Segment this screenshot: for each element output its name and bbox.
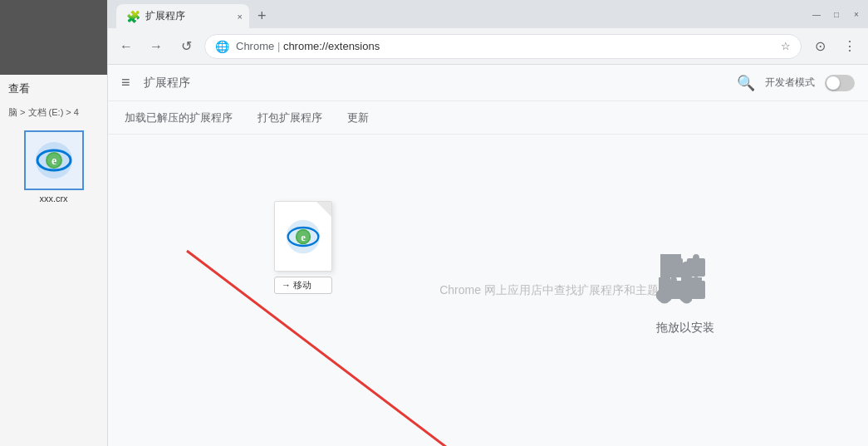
dev-mode-toggle[interactable]: [825, 75, 855, 91]
bookmark-icon[interactable]: ☆: [781, 40, 791, 52]
panel-top-image: [0, 0, 107, 75]
panel-label: 查看: [0, 75, 107, 103]
hamburger-icon[interactable]: ≡: [121, 74, 130, 91]
url-prefix: Chrome: [236, 40, 274, 52]
svg-text:e: e: [51, 154, 56, 167]
pack-extension-btn[interactable]: 打包扩展程序: [257, 104, 322, 132]
window-controls: — □ ×: [812, 0, 868, 28]
url-text: Chrome | chrome://extensions: [236, 40, 774, 52]
update-btn[interactable]: 更新: [347, 104, 369, 132]
title-bar: 🧩 扩展程序 × + — □ ×: [108, 0, 868, 28]
file-explorer-panel: 查看 脑 > 文档 (E:) > 4 e xxx.crx: [0, 0, 108, 446]
crx-file-icon: e: [274, 201, 332, 272]
header-right: 🔍 开发者模式: [737, 74, 855, 92]
url-separator: |: [277, 40, 283, 52]
address-bar: ← → ↺ 🌐 Chrome | chrome://extensions ☆ ⊙…: [108, 28, 868, 65]
extensions-header: ≡ 扩展程序 🔍 开发者模式: [108, 65, 868, 101]
main-content: Chrome 网上应用店中查找扩展程序和主题背景: [108, 135, 868, 446]
toolbar-icons: ⊙ ⋮: [808, 35, 861, 58]
tab-puzzle-icon: 🧩: [126, 10, 140, 23]
sub-nav: 加载已解压的扩展程序 打包扩展程序 更新: [108, 101, 868, 135]
refresh-btn[interactable]: ↺: [174, 35, 198, 58]
toggle-knob: [826, 76, 840, 90]
extensions-tab[interactable]: 🧩 扩展程序 ×: [116, 4, 249, 28]
dragged-crx-file: e → 移动: [274, 201, 332, 294]
fold-corner: [316, 202, 331, 217]
tab-close-btn[interactable]: ×: [238, 12, 243, 22]
back-btn[interactable]: ←: [115, 35, 138, 58]
ie-logo-dragged-icon: e: [285, 218, 321, 255]
close-btn[interactable]: ×: [851, 9, 861, 19]
move-badge: → 移动: [274, 277, 332, 294]
forward-btn[interactable]: →: [145, 35, 168, 58]
breadcrumb: 脑 > 文档 (E:) > 4: [0, 103, 107, 122]
url-box[interactable]: 🌐 Chrome | chrome://extensions ☆: [204, 34, 802, 59]
menu-btn[interactable]: ⋮: [838, 35, 861, 58]
file-name-label: xxx.crx: [21, 194, 87, 203]
puzzle-icon: [652, 246, 718, 312]
chrome-window: 🧩 扩展程序 × + — □ × ← → ↺ 🌐 Chrome | chrome…: [108, 0, 868, 446]
drag-hint-text: Chrome 网上应用店中查找扩展程序和主题背景: [439, 283, 682, 298]
url-suffix: chrome://extensions: [283, 40, 380, 52]
new-tab-btn[interactable]: +: [249, 4, 275, 28]
globe-icon: 🌐: [215, 40, 229, 53]
dev-mode-label: 开发者模式: [765, 76, 815, 90]
svg-text:e: e: [301, 231, 306, 243]
svg-line-15: [187, 251, 494, 446]
tab-label: 扩展程序: [145, 9, 185, 23]
extensions-title: 扩展程序: [144, 76, 190, 91]
crx-file-icon-box: e: [24, 130, 84, 190]
maximize-btn[interactable]: □: [831, 9, 841, 19]
minimize-btn[interactable]: —: [812, 9, 821, 19]
search-icon[interactable]: 🔍: [737, 74, 755, 92]
ie-logo-icon: e: [34, 140, 74, 180]
drop-zone: 拖放以安装: [652, 246, 718, 336]
profile-btn[interactable]: ⊙: [808, 35, 831, 58]
crx-file-item[interactable]: e xxx.crx: [21, 130, 87, 203]
load-unpacked-btn[interactable]: 加载已解压的扩展程序: [125, 104, 233, 132]
drag-arrow: [162, 226, 577, 446]
drop-label: 拖放以安装: [656, 321, 714, 336]
